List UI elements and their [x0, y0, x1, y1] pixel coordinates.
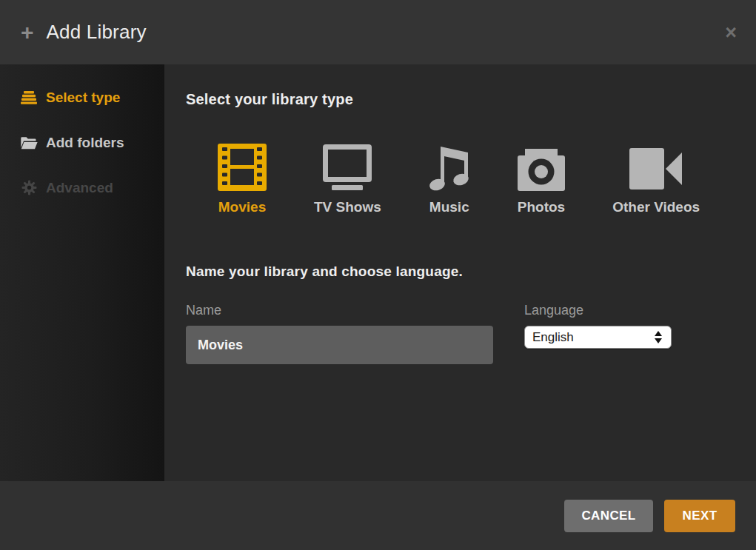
language-selected-value: English: [532, 330, 655, 345]
library-type-label: Music: [429, 199, 469, 215]
library-type-list: Movies TV Shows: [218, 141, 735, 215]
name-field-label: Name: [186, 303, 493, 318]
film-strip-icon: [218, 141, 267, 191]
select-stepper-icon: [655, 331, 662, 343]
dialog-header: + Add Library ×: [0, 0, 756, 64]
library-type-photos[interactable]: Photos: [518, 141, 565, 215]
dialog-footer: CANCEL NEXT: [0, 481, 756, 550]
library-type-label: Movies: [218, 199, 266, 215]
name-language-heading: Name your library and choose language.: [186, 264, 735, 280]
close-icon[interactable]: ×: [725, 22, 737, 42]
language-field-group: Language English: [524, 303, 672, 364]
sidebar-item-select-type[interactable]: Select type: [0, 75, 164, 120]
open-folder-icon: [20, 136, 38, 150]
music-note-icon: [429, 141, 470, 191]
sidebar-item-add-folders[interactable]: Add folders: [0, 120, 164, 165]
wizard-steps-sidebar: Select type Add folders Advanc: [0, 64, 164, 481]
sidebar-item-advanced: Advanced: [0, 165, 164, 210]
library-type-music[interactable]: Music: [429, 141, 470, 215]
gear-icon: [20, 180, 38, 195]
tv-icon: [322, 141, 372, 191]
library-type-label: Other Videos: [612, 199, 700, 215]
library-type-movies[interactable]: Movies: [218, 141, 267, 215]
name-field-group: Name: [186, 303, 493, 364]
library-type-heading: Select your library type: [186, 91, 735, 108]
dialog-title: Add Library: [47, 21, 147, 44]
sidebar-item-label: Select type: [46, 90, 120, 106]
list-lines-icon: [20, 91, 38, 104]
library-type-other-videos[interactable]: Other Videos: [612, 141, 700, 215]
plus-icon: +: [21, 21, 34, 44]
language-select[interactable]: English: [524, 326, 672, 349]
cancel-button[interactable]: CANCEL: [564, 500, 653, 532]
sidebar-item-label: Advanced: [46, 180, 113, 196]
library-type-label: Photos: [518, 199, 565, 215]
sidebar-item-label: Add folders: [46, 135, 124, 151]
camera-icon: [518, 141, 565, 191]
library-type-tv-shows[interactable]: TV Shows: [314, 141, 381, 215]
library-type-label: TV Shows: [314, 199, 381, 215]
wizard-content: Select your library type: [164, 64, 756, 481]
next-button[interactable]: NEXT: [664, 500, 735, 532]
language-field-label: Language: [524, 303, 672, 318]
video-camera-icon: [629, 141, 683, 191]
name-language-fields: Name Language English: [186, 303, 735, 364]
library-name-input[interactable]: [186, 326, 493, 364]
